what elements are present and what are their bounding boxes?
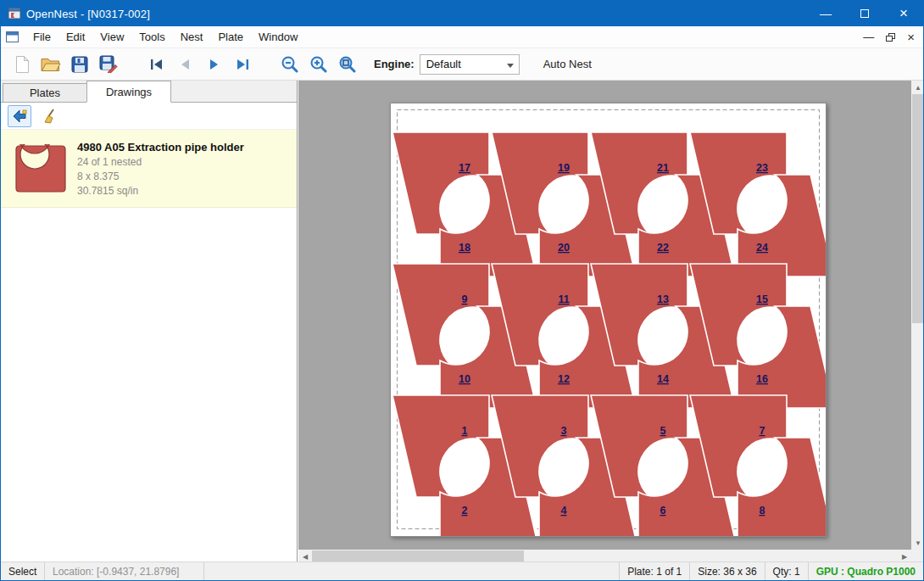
menu-file[interactable]: File	[25, 27, 58, 47]
last-plate-button[interactable]	[228, 52, 257, 77]
app-window: OpenNest - [N0317-002] — × File Edit Vie…	[0, 0, 924, 581]
zoom-fit-icon	[338, 55, 357, 74]
part-number-10: 10	[459, 373, 470, 385]
status-location: Location: [-0.9437, 21.8796]	[45, 562, 204, 580]
menu-view[interactable]: View	[92, 27, 131, 47]
vertical-scroll-thumb[interactable]	[912, 94, 924, 323]
drawings-toolbar	[1, 103, 297, 130]
save-button[interactable]	[65, 52, 94, 77]
status-bar: Select Location: [-0.9437, 21.8796] Plat…	[1, 561, 923, 580]
drawing-title: 4980 A05 Extraction pipe holder	[77, 141, 244, 154]
part-number-5: 5	[660, 425, 666, 437]
part-number-8: 8	[760, 505, 765, 517]
zoom-in-button[interactable]	[304, 52, 333, 77]
import-drawing-button[interactable]	[8, 105, 31, 127]
part-number-12: 12	[558, 373, 570, 385]
part-number-9: 9	[462, 293, 468, 305]
mdi-minimize-button[interactable]: —	[863, 31, 874, 42]
window-maximize-button[interactable]	[845, 1, 884, 26]
drawing-area: 30.7815 sq/in	[77, 185, 244, 197]
chevron-down-icon	[507, 64, 514, 68]
next-plate-button[interactable]	[199, 52, 228, 77]
part-number-14: 14	[657, 373, 669, 385]
status-qty: Qty: 1	[765, 562, 808, 580]
sidebar: Plates Drawings	[1, 81, 298, 563]
restore-icon	[886, 33, 895, 42]
part-number-1: 1	[462, 425, 468, 437]
menu-plate[interactable]: Plate	[210, 27, 251, 47]
menu-bar: File Edit View Tools Nest Plate Window —…	[1, 26, 923, 48]
open-folder-icon	[41, 56, 61, 72]
new-file-icon	[14, 55, 31, 74]
open-file-button[interactable]	[36, 52, 65, 77]
part-number-24: 24	[756, 242, 768, 254]
status-gpu: GPU : Quadro P1000	[808, 562, 923, 580]
part-number-6: 6	[660, 505, 666, 517]
last-arrow-icon	[235, 58, 251, 71]
new-file-button[interactable]	[8, 52, 36, 77]
sidebar-tabstrip: Plates Drawings	[1, 81, 297, 103]
save-as-button[interactable]	[94, 52, 123, 77]
vertical-scrollbar[interactable]: ▲ ▼	[911, 81, 924, 550]
scroll-down-icon[interactable]: ▼	[911, 536, 924, 550]
part-number-7: 7	[760, 425, 765, 437]
save-icon	[71, 56, 88, 73]
document-window-icon	[6, 31, 19, 42]
tab-plates[interactable]: Plates	[3, 83, 87, 102]
plate[interactable]: 171819202122232491011121314151612345678	[390, 103, 827, 537]
next-arrow-icon	[207, 58, 221, 71]
main-toolbar: Engine: Default Auto Nest	[1, 48, 923, 81]
part-number-3: 3	[561, 425, 567, 437]
window-close-button[interactable]: ×	[884, 1, 923, 26]
mdi-close-button[interactable]: ×	[907, 31, 915, 43]
zoom-out-icon	[281, 55, 299, 74]
first-plate-button[interactable]	[142, 52, 170, 77]
window-title: OpenNest - [N0317-002]	[26, 8, 150, 20]
drawing-nested-count: 24 of 1 nested	[77, 156, 244, 168]
part-number-18: 18	[459, 242, 470, 254]
auto-nest-button[interactable]: Auto Nest	[538, 54, 597, 74]
nest-canvas[interactable]: 171819202122232491011121314151612345678 …	[298, 81, 924, 563]
blue-arrow-left-icon	[12, 109, 27, 123]
part-number-2: 2	[462, 505, 468, 517]
engine-dropdown[interactable]: Default	[420, 54, 520, 75]
part-number-13: 13	[657, 293, 669, 305]
window-minimize-button[interactable]: —	[806, 1, 845, 26]
part-number-19: 19	[558, 162, 570, 174]
zoom-out-button[interactable]	[276, 52, 304, 77]
part-number-22: 22	[657, 242, 669, 254]
status-mode: Select	[1, 562, 45, 580]
clear-drawings-button[interactable]	[38, 105, 62, 127]
menu-window[interactable]: Window	[251, 27, 305, 47]
part-number-20: 20	[558, 242, 570, 254]
part-number-21: 21	[657, 162, 669, 174]
nest-viewport[interactable]: 171819202122232491011121314151612345678	[298, 81, 911, 550]
part-number-11: 11	[558, 293, 569, 305]
previous-arrow-icon	[178, 58, 192, 71]
drawing-size: 8 x 8.375	[77, 170, 244, 182]
horizontal-scroll-thumb[interactable]	[312, 550, 524, 562]
drawing-list-item[interactable]: 4980 A05 Extraction pipe holder 24 of 1 …	[1, 130, 297, 208]
menu-tools[interactable]: Tools	[131, 27, 172, 47]
part-number-23: 23	[756, 162, 768, 174]
tab-drawings[interactable]: Drawings	[86, 81, 171, 103]
part-number-16: 16	[756, 373, 768, 385]
status-size: Size: 36 x 36	[689, 562, 764, 580]
zoom-fit-button[interactable]	[333, 52, 362, 77]
first-arrow-icon	[148, 58, 164, 71]
part-number-4: 4	[561, 505, 567, 517]
engine-dropdown-value: Default	[426, 58, 461, 70]
mdi-restore-button[interactable]	[886, 33, 895, 42]
menu-edit[interactable]: Edit	[58, 27, 92, 47]
mdi-window-controls: — ×	[863, 31, 923, 43]
zoom-in-icon	[309, 55, 328, 74]
previous-plate-button[interactable]	[170, 52, 199, 77]
engine-label: Engine:	[374, 58, 415, 70]
status-plate: Plate: 1 of 1	[619, 562, 689, 580]
menu-nest[interactable]: Nest	[173, 27, 211, 47]
scroll-up-icon[interactable]: ▲	[911, 81, 924, 94]
broom-icon	[42, 109, 58, 124]
save-as-icon	[99, 55, 118, 73]
part-number-17: 17	[459, 162, 470, 174]
app-icon	[8, 7, 21, 20]
